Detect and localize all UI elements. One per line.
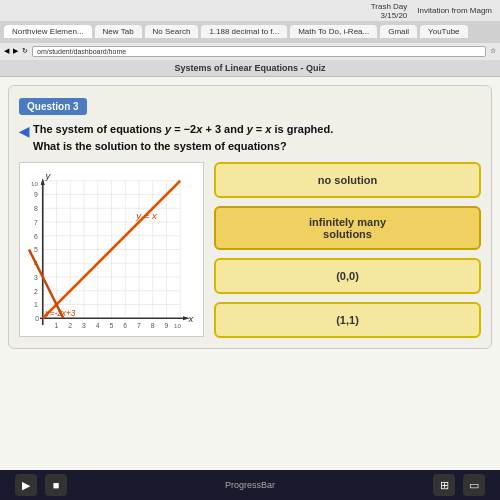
answer-1-1[interactable]: (1,1) — [214, 302, 481, 338]
trash-day-label: Trash Day 3/15/20 — [371, 2, 408, 20]
svg-text:y: y — [45, 170, 52, 181]
play-icon[interactable]: ▶ — [15, 474, 37, 496]
svg-text:3: 3 — [34, 274, 38, 281]
notification-label: Invitation from Magm — [417, 6, 492, 15]
answer-no-solution[interactable]: no solution — [214, 162, 481, 198]
window-icon[interactable]: ▭ — [463, 474, 485, 496]
answer-infinitely-many[interactable]: infinitely many solutions — [214, 206, 481, 250]
question-box: Question 3 ◀ The system of equations y =… — [8, 85, 492, 349]
url-input[interactable]: om/student/dashboard/home — [32, 46, 486, 57]
question-text-part1: The system of equations y = −2x + 3 and … — [33, 123, 333, 135]
svg-text:5: 5 — [110, 322, 114, 329]
grid-icon[interactable]: ⊞ — [433, 474, 455, 496]
svg-text:y=-2x+3: y=-2x+3 — [45, 309, 76, 318]
svg-text:1: 1 — [34, 301, 38, 308]
tab-mathto[interactable]: Math To Do, i-Rea... — [290, 25, 377, 38]
svg-text:0: 0 — [35, 315, 39, 322]
answers-container: no solution infinitely many solutions (0… — [214, 162, 481, 338]
svg-text:y = x: y = x — [135, 210, 158, 221]
svg-text:2: 2 — [68, 322, 72, 329]
question-arrow-icon: ◀ — [19, 122, 29, 142]
svg-text:10: 10 — [31, 180, 38, 187]
graph-svg: 0 1 2 3 4 5 6 7 8 9 10 1 2 3 4 5 — [24, 167, 199, 332]
svg-text:8: 8 — [151, 322, 155, 329]
svg-text:x: x — [188, 313, 195, 324]
forward-icon[interactable]: ▶ — [13, 47, 18, 55]
graph-container: 0 1 2 3 4 5 6 7 8 9 10 1 2 3 4 5 — [19, 162, 204, 337]
tab-youtube[interactable]: YouTube — [420, 25, 467, 38]
svg-text:2: 2 — [34, 288, 38, 295]
tab-northview[interactable]: Northview Elemen... — [4, 25, 92, 38]
svg-text:8: 8 — [34, 205, 38, 212]
svg-text:7: 7 — [34, 219, 38, 226]
refresh-icon[interactable]: ↻ — [22, 47, 28, 55]
question-text-part2: What is the solution to the system of eq… — [33, 140, 287, 152]
top-bar: Trash Day 3/15/20 Invitation from Magm — [0, 0, 500, 21]
tab-decimal[interactable]: 1.188 decimal to f... — [201, 25, 287, 38]
svg-text:7: 7 — [137, 322, 141, 329]
question-label: Question 3 — [19, 96, 481, 121]
question-text: ◀ The system of equations y = −2x + 3 an… — [19, 121, 481, 154]
svg-marker-24 — [41, 178, 45, 185]
main-content: Question 3 ◀ The system of equations y =… — [0, 77, 500, 499]
svg-text:6: 6 — [34, 233, 38, 240]
back-icon[interactable]: ◀ — [4, 47, 9, 55]
address-bar: ◀ ▶ ↻ om/student/dashboard/home ☆ — [0, 43, 500, 60]
svg-text:9: 9 — [165, 322, 169, 329]
browser-chrome: Trash Day 3/15/20 Invitation from Magm N… — [0, 0, 500, 60]
svg-text:4: 4 — [96, 322, 100, 329]
page-title-bar: Systems of Linear Equations - Quiz — [0, 60, 500, 77]
svg-text:1: 1 — [55, 322, 59, 329]
bottom-left-icons: ▶ ■ — [15, 474, 67, 496]
bottom-bar: ▶ ■ ProgressBar ⊞ ▭ — [0, 470, 500, 500]
tab-bar: Northview Elemen... New Tab No Search 1.… — [0, 21, 500, 42]
svg-text:6: 6 — [123, 322, 127, 329]
stop-icon[interactable]: ■ — [45, 474, 67, 496]
tab-nosearch[interactable]: No Search — [145, 25, 199, 38]
page-title: Systems of Linear Equations - Quiz — [174, 63, 325, 73]
svg-text:3: 3 — [82, 322, 86, 329]
svg-text:5: 5 — [34, 246, 38, 253]
tab-gmail[interactable]: Gmail — [380, 25, 417, 38]
star-icon[interactable]: ☆ — [490, 47, 496, 55]
tab-newtab[interactable]: New Tab — [95, 25, 142, 38]
bottom-center-label: ProgressBar — [225, 480, 275, 490]
svg-text:10: 10 — [174, 322, 181, 329]
svg-text:9: 9 — [34, 191, 38, 198]
content-area: 0 1 2 3 4 5 6 7 8 9 10 1 2 3 4 5 — [19, 162, 481, 338]
bottom-right-icons: ⊞ ▭ — [433, 474, 485, 496]
answer-0-0[interactable]: (0,0) — [214, 258, 481, 294]
